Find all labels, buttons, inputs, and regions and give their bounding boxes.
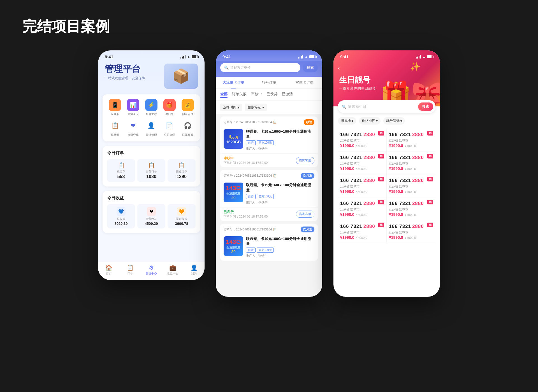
nav-profile[interactable]: 👤 我的 [183, 264, 205, 276]
icon-entity-card[interactable]: 📱 实体卡 [107, 99, 123, 116]
order-id-3: 订单号：202407051103317183104 📋 [224, 227, 277, 232]
tag-self: 自营 [246, 140, 256, 145]
chevron-down-icon-loc: ▾ [352, 119, 353, 123]
channel-revenue-item: 🧡 渠道收益 3600.78 [168, 204, 196, 228]
icon-customer-service[interactable]: 🎧 联系客服 [180, 120, 196, 137]
nav-revenue-center[interactable]: 💼 收益中心 [162, 264, 183, 276]
time-3: 9:41 [340, 54, 349, 59]
battery-icon-3 [427, 55, 433, 58]
time-filter[interactable]: 选择时间 ▾ [220, 104, 242, 111]
channel-orders-icon: 📋 [178, 162, 185, 169]
order-card-2: 订单号：202407051103317183104 📋 次月返 143G 全通用… [220, 170, 318, 221]
numbers-grid: 靓 166 7321 2880 江苏省 盐城市 ¥1990.0 ¥4000.0 … [333, 129, 440, 243]
contact-btn-1[interactable]: 咨询客服 [296, 157, 314, 164]
order-img-3: 143G 全通用流量 29 [224, 236, 243, 256]
order-header-3: 订单号：202407051103317183104 📋 次月返 [220, 224, 318, 234]
signal-icon-1 [180, 55, 185, 59]
order-tags-3: 自营 首充100元 [246, 248, 314, 253]
order-header-2: 订单号：202407051103317183104 📋 次月返 [220, 170, 318, 180]
order-status-2: 已发货 [224, 210, 268, 214]
manage-center-icon: ⚙ [149, 264, 154, 271]
order-card-3: 订单号：202407051103317183104 📋 次月返 143G 全通用… [220, 224, 318, 261]
tab-entity-card[interactable]: 实体卡订单 [287, 77, 322, 88]
number-card-9[interactable]: 靓 166 7321 2880 江苏省 盐城市 ¥1990.0 ¥4000.0 [338, 220, 387, 243]
icon-company-intro[interactable]: 📄 公司介绍 [161, 120, 177, 137]
number-badge-10: 靓 [427, 223, 433, 227]
num-location-2: 江苏省 盐城市 [389, 138, 433, 143]
tag-recharge-3: 首充100元 [257, 248, 274, 253]
search-placeholder-2: 请搜索订单号 [230, 65, 251, 70]
phone-number-10: 166 7321 2880 [389, 224, 433, 229]
order-card-1: 订单号：202407051103317183104 📋 秒返 3元/月 1620… [220, 116, 318, 167]
back-button[interactable]: ‹ [338, 64, 340, 72]
total-revenue-item: 💙 总收益 8020.39 [107, 204, 135, 228]
number-card-4[interactable]: 靓 166 7321 2880 江苏省 盐城市 ¥1990.0 ¥4000.0 [387, 151, 435, 174]
number-badge-7: 靓 [378, 200, 384, 204]
number-badge-6: 靓 [427, 177, 433, 181]
order-img-1: 3元/月 1620GB [224, 129, 243, 149]
hero-sub-title: 一份专属你的生日靓号 [339, 86, 375, 91]
phone1-subtitle: 一站式功能管理，安全保障 [105, 76, 145, 81]
number-card-1[interactable]: 靓 166 7321 2880 江苏省 盐城市 ¥1990.0 ¥4000.0 [338, 129, 387, 151]
location-filter[interactable]: 归属地 ▾ [338, 117, 356, 125]
order-time-2: 下单时间：2024-06-18 17:52:00 [224, 214, 268, 219]
subtab-activated[interactable]: 已激活 [282, 92, 293, 98]
tag-recharge-2: 首充100元 [257, 194, 274, 199]
icon-large-flow[interactable]: 📊 大流量卡 [125, 99, 141, 116]
birthday-search[interactable]: 🔍 请选择生日 搜索 [338, 100, 435, 113]
nav-manage-center[interactable]: ⚙ 管理中心 [141, 264, 162, 276]
price-sort-filter[interactable]: 价格排序 ▾ [359, 117, 381, 125]
tag-self-3: 自营 [246, 248, 256, 253]
profile-icon: 👤 [191, 264, 198, 271]
nav-home[interactable]: 🏠 首页 [98, 264, 119, 276]
nice-number-filter[interactable]: 靓号筛选 ▾ [383, 117, 405, 125]
subtab-all[interactable]: 全部 [220, 92, 228, 98]
tab-nice-number[interactable]: 靓号订单 [251, 77, 287, 88]
search-button-2[interactable]: 搜索 [303, 63, 318, 72]
revenue-grid: 💙 总收益 8020.39 ❤ 自营收益 4509.20 🧡 渠道收益 3600… [107, 204, 196, 228]
order-body-2: 143G 全通用流量 29 联通秦川卡19元160G+100分钟全通用流量 自营… [220, 180, 318, 207]
chevron-down-icon-price: ▾ [376, 119, 378, 123]
tab-large-flow[interactable]: 大流量卡订单 [216, 77, 251, 88]
search-button-3[interactable]: 搜索 [418, 102, 433, 111]
contact-btn-2[interactable]: 咨询客服 [296, 211, 314, 218]
phone-number-2: 166 7321 2880 [389, 132, 433, 137]
icon-commission[interactable]: 💰 佣金管理 [180, 99, 196, 116]
order-info-2: 联通秦川卡19元160G+100分钟全通用流量 自营 首充100元 推广人：张铁… [246, 183, 314, 204]
search-input-wrap[interactable]: 🔍 请搜索订单号 [220, 63, 300, 72]
order-header-1: 订单号：202407051103317183104 📋 秒返 [220, 116, 318, 127]
number-card-6[interactable]: 靓 166 7321 2880 江苏省 盐城市 ¥1990.0 ¥4000.0 [387, 174, 435, 197]
number-badge-1: 靓 [378, 131, 384, 136]
num-price-10: ¥1990.0 ¥4000.0 [389, 235, 433, 240]
number-card-7[interactable]: 靓 166 7321 2880 江苏省 盐城市 ¥1990.0 ¥4000.0 [338, 197, 387, 220]
number-badge-8: 靓 [427, 200, 433, 204]
subtab-shipped[interactable]: 已发货 [266, 92, 277, 98]
num-price-6: ¥1990.0 ¥4000.0 [389, 189, 433, 194]
total-orders-stat: 📋 总订单 558 [107, 159, 135, 182]
number-card-3[interactable]: 靓 166 7321 2880 江苏省 盐城市 ¥1990.0 ¥4000.0 [338, 151, 387, 174]
icon-follow-order[interactable]: 📋 跟单保 [107, 120, 123, 137]
battery-icon-1 [192, 55, 198, 58]
search-placeholder-3: 请选择生日 [348, 104, 418, 109]
icons-row1: 📱 实体卡 📊 大流量卡 ⚡ 抢号大厅 🎁 生日号 💰 佣金管理 [107, 99, 196, 116]
orders-icon: 📋 [127, 264, 134, 271]
icon-resource-coop[interactable]: ❤ 资源合作 [125, 120, 141, 137]
num-location-5: 江苏省 盐城市 [340, 184, 384, 188]
number-card-8[interactable]: 靓 166 7321 2880 江苏省 盐城市 ¥1990.0 ¥4000.0 [387, 197, 435, 220]
subtab-failed[interactable]: 订单失败 [232, 92, 247, 98]
phone1-illustration: 📦 [164, 64, 198, 89]
number-card-2[interactable]: 靓 166 7321 2880 江苏省 盐城市 ¥1990.0 ¥4000.0 [387, 129, 435, 151]
number-card-10[interactable]: 靓 166 7321 2880 江苏省 盐城市 ¥1990.0 ¥4000.0 [387, 220, 435, 243]
num-price-3: ¥1990.0 ¥4000.0 [340, 166, 384, 171]
icon-birthday[interactable]: 🎁 生日号 [161, 99, 177, 116]
status-icons-3: ▲ [416, 55, 433, 59]
nav-orders[interactable]: 📋 订单 [119, 264, 141, 276]
number-badge-9: 靓 [378, 223, 384, 227]
subtab-reviewing[interactable]: 审核中 [251, 92, 262, 98]
number-card-5[interactable]: 靓 166 7321 2880 江苏省 盐城市 ¥1990.0 ¥4000.0 [338, 174, 387, 197]
icons-card: 📱 实体卡 📊 大流量卡 ⚡ 抢号大厅 🎁 生日号 💰 佣金管理 [103, 94, 200, 141]
more-filter[interactable]: 更多筛选 ▾ [245, 104, 267, 111]
icon-grab-hall[interactable]: ⚡ 抢号大厅 [143, 99, 159, 116]
icon-channel-mgmt[interactable]: 👤 渠道管理 [143, 120, 159, 137]
phone-orders: 9:41 ▲ 🔍 请搜索订单号 搜索 大流量卡订单 [216, 50, 322, 297]
